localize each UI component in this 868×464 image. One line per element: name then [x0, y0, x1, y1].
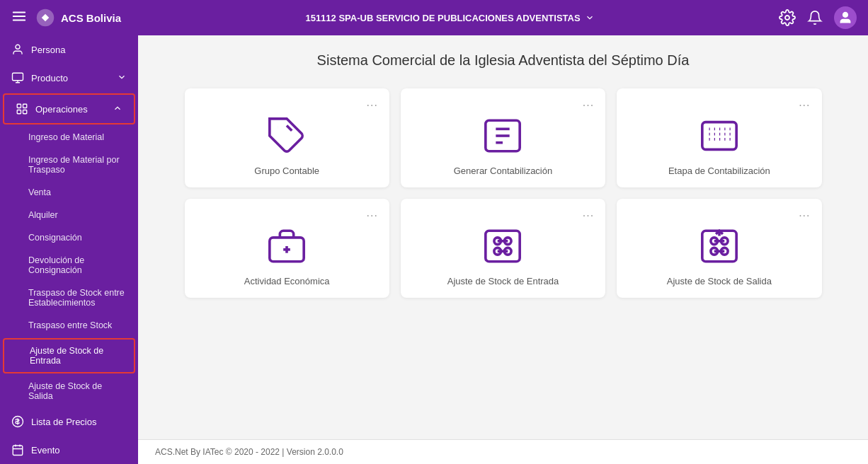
sub-item-venta[interactable]: Venta: [0, 181, 138, 204]
sub-item-devolucion[interactable]: Devolución de Consignación: [0, 249, 138, 282]
page-title: Sistema Comercial de la Iglesia Adventis…: [161, 52, 845, 69]
app-logo: ACS Bolivia: [35, 8, 121, 28]
sidebar-item-lista-precios[interactable]: Lista de Precios: [0, 407, 138, 436]
sub-item-alquiler[interactable]: Alquiler: [0, 204, 138, 226]
card-icon-actividad: [266, 221, 307, 270]
card-etapa-contabilizacion[interactable]: ··· Etapa de Contabilización: [617, 88, 821, 187]
card-icon-generar: [482, 111, 523, 160]
sidebar-label-producto: Producto: [31, 73, 68, 83]
card-icon-ajuste-salida: [699, 221, 740, 270]
hamburger-button[interactable]: [11, 8, 27, 27]
sidebar-label-operaciones: Operaciones: [35, 104, 88, 115]
card-generar-contabilizacion[interactable]: ··· Generar Contabilización: [401, 88, 605, 187]
sub-item-ajuste-salida[interactable]: Ajuste de Stock de Salida: [0, 375, 138, 407]
chevron-operaciones: [113, 103, 122, 115]
svg-point-3: [16, 45, 20, 49]
svg-rect-8: [23, 110, 27, 114]
tenant-name: 151112 SPA-UB SERVICIO DE PUBLICACIONES …: [305, 13, 580, 23]
sidebar-item-persona[interactable]: Persona: [0, 35, 138, 64]
svg-rect-17: [702, 122, 736, 149]
svg-rect-5: [17, 104, 21, 108]
card-actividad-economica[interactable]: ··· Actividad Económica: [185, 199, 389, 298]
sub-item-consignacion[interactable]: Consignación: [0, 226, 138, 249]
card-menu-generar[interactable]: ···: [583, 100, 594, 111]
card-ajuste-entrada[interactable]: ··· Ajuste de Stock de Entrada: [401, 199, 605, 298]
card-icon-ajuste-entrada: [482, 221, 523, 270]
footer: ACS.Net By IATec © 2020 - 2022 | Version…: [138, 439, 868, 464]
svg-rect-4: [13, 73, 23, 81]
svg-rect-10: [13, 446, 23, 456]
card-label-generar: Generar Contabilización: [454, 166, 552, 176]
user-avatar[interactable]: [834, 6, 857, 29]
card-label-actividad: Actividad Económica: [244, 276, 330, 286]
svg-rect-6: [23, 104, 27, 108]
svg-rect-7: [17, 110, 21, 114]
sub-item-ajuste-entrada[interactable]: Ajuste de Stock de Entrada: [3, 338, 135, 373]
top-navigation: ACS Bolivia 151112 SPA-UB SERVICIO DE PU…: [0, 0, 868, 35]
card-menu-ajuste-salida[interactable]: ···: [799, 210, 810, 221]
svg-point-2: [843, 13, 848, 18]
content-area: Sistema Comercial de la Iglesia Adventis…: [138, 35, 868, 464]
content-inner: Sistema Comercial de la Iglesia Adventis…: [138, 35, 868, 439]
sub-item-ingreso-material[interactable]: Ingreso de Material: [0, 126, 138, 149]
cards-grid: ··· Grupo Contable ···: [185, 88, 822, 298]
card-label-etapa: Etapa de Contabilización: [668, 166, 770, 176]
chevron-producto: [117, 72, 127, 84]
sidebar-label-lista-precios: Lista de Precios: [31, 417, 97, 427]
card-ajuste-salida[interactable]: ··· Aju: [617, 199, 821, 298]
settings-icon[interactable]: [779, 9, 796, 26]
svg-point-1: [785, 16, 789, 20]
sub-item-traspaso-stock[interactable]: Traspaso entre Stock: [0, 314, 138, 337]
card-label-grupo-contable: Grupo Contable: [254, 166, 319, 176]
svg-rect-21: [486, 231, 520, 262]
sidebar-item-evento[interactable]: Evento: [0, 436, 138, 464]
card-menu-actividad[interactable]: ···: [366, 210, 377, 221]
card-label-ajuste-salida: Ajuste de Stock de Salida: [667, 276, 772, 286]
sidebar-label-evento: Evento: [31, 445, 59, 456]
nav-actions: [779, 6, 857, 29]
bell-icon[interactable]: [807, 10, 823, 25]
card-icon-etapa: [699, 111, 740, 160]
card-label-ajuste-entrada: Ajuste de Stock de Entrada: [447, 276, 559, 286]
nav-left: ACS Bolivia: [11, 8, 121, 28]
card-icon-grupo-contable: [266, 111, 307, 160]
main-layout: Persona Producto Operaciones Ingreso de …: [0, 35, 868, 464]
card-menu-etapa[interactable]: ···: [799, 100, 810, 111]
sub-item-ingreso-material-traspaso[interactable]: Ingreso de Material por Traspaso: [0, 149, 138, 181]
sidebar-item-operaciones[interactable]: Operaciones: [3, 93, 135, 124]
sidebar: Persona Producto Operaciones Ingreso de …: [0, 35, 138, 464]
tenant-selector[interactable]: 151112 SPA-UB SERVICIO DE PUBLICACIONES …: [305, 13, 594, 23]
card-menu-grupo-contable[interactable]: ···: [366, 100, 377, 111]
sidebar-item-producto[interactable]: Producto: [0, 64, 138, 92]
card-grupo-contable[interactable]: ··· Grupo Contable: [185, 88, 389, 187]
sub-item-traspaso-establecimientos[interactable]: Traspaso de Stock entre Establecimientos: [0, 282, 138, 314]
sidebar-label-persona: Persona: [31, 45, 65, 55]
app-name: ACS Bolivia: [61, 12, 121, 24]
card-menu-ajuste-entrada[interactable]: ···: [583, 210, 594, 221]
footer-text: ACS.Net By IATec © 2020 - 2022 | Version…: [155, 447, 343, 457]
